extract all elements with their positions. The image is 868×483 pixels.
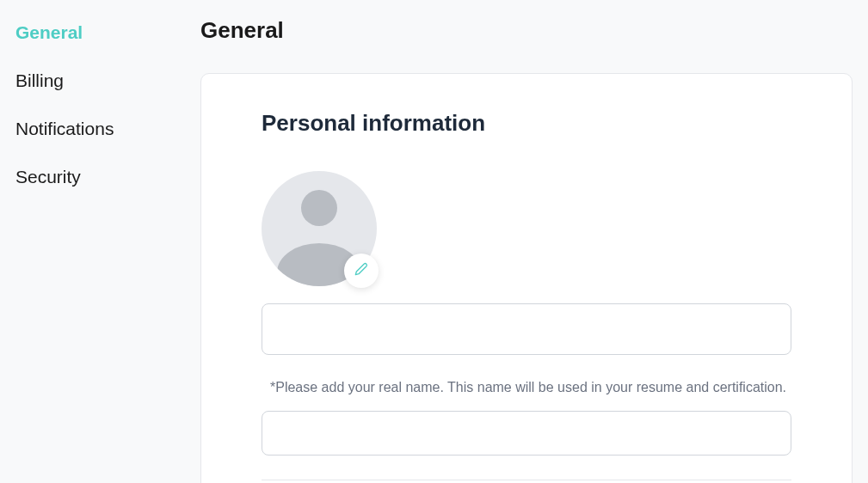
pencil-icon [354, 262, 368, 279]
personal-info-card: Personal information *Please add your re… [200, 73, 853, 483]
secondary-input[interactable] [262, 411, 791, 455]
sidebar-item-notifications[interactable]: Notifications [15, 119, 185, 139]
settings-sidebar: General Billing Notifications Security [0, 0, 185, 483]
name-input[interactable] [262, 303, 791, 355]
name-helper-text: *Please add your real name. This name wi… [262, 372, 791, 402]
sidebar-item-billing[interactable]: Billing [15, 70, 185, 91]
card-title: Personal information [262, 110, 791, 137]
sidebar-item-security[interactable]: Security [15, 167, 185, 187]
main-content: General Personal information *Please add… [185, 0, 868, 483]
page-title: General [200, 17, 853, 44]
sidebar-item-general[interactable]: General [15, 22, 185, 43]
avatar-container [262, 171, 377, 286]
section-divider [262, 480, 791, 480]
edit-avatar-button[interactable] [344, 254, 379, 288]
